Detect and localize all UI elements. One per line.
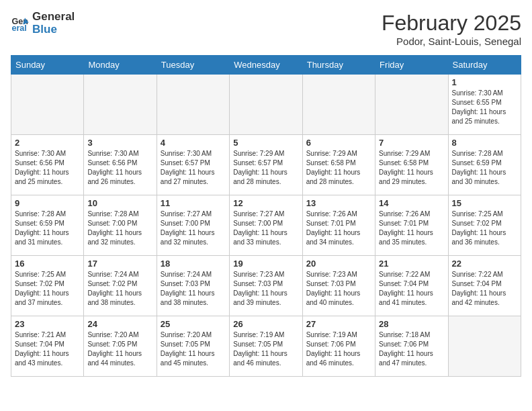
day-number: 2 xyxy=(15,138,80,148)
day-info: Sunrise: 7:22 AM Sunset: 7:04 PM Dayligh… xyxy=(452,270,517,308)
calendar-day-cell: 26Sunrise: 7:19 AM Sunset: 7:05 PM Dayli… xyxy=(230,316,302,377)
day-info: Sunrise: 7:29 AM Sunset: 6:57 PM Dayligh… xyxy=(233,149,298,187)
weekday-header-tuesday: Tuesday xyxy=(157,56,229,75)
logo-icon: Gen eral xyxy=(11,14,30,33)
day-info: Sunrise: 7:28 AM Sunset: 6:59 PM Dayligh… xyxy=(452,149,517,187)
calendar-day-cell: 1Sunrise: 7:30 AM Sunset: 6:55 PM Daylig… xyxy=(448,75,521,135)
day-number: 11 xyxy=(161,198,226,208)
day-number: 1 xyxy=(452,77,517,87)
day-info: Sunrise: 7:28 AM Sunset: 6:59 PM Dayligh… xyxy=(15,210,80,247)
calendar-day-cell xyxy=(302,75,375,135)
calendar-day-cell: 11Sunrise: 7:27 AM Sunset: 7:00 PM Dayli… xyxy=(157,195,229,256)
calendar-day-cell: 28Sunrise: 7:18 AM Sunset: 7:06 PM Dayli… xyxy=(375,316,448,377)
day-info: Sunrise: 7:20 AM Sunset: 7:05 PM Dayligh… xyxy=(161,330,226,368)
calendar-week-row: 2Sunrise: 7:30 AM Sunset: 6:56 PM Daylig… xyxy=(11,135,521,195)
title-area: February 2025 Podor, Saint-Louis, Senega… xyxy=(382,11,521,47)
calendar-day-cell: 14Sunrise: 7:26 AM Sunset: 7:01 PM Dayli… xyxy=(375,195,448,256)
day-number: 26 xyxy=(233,319,298,329)
day-info: Sunrise: 7:25 AM Sunset: 7:02 PM Dayligh… xyxy=(15,270,80,308)
day-number: 28 xyxy=(379,319,444,329)
calendar-day-cell: 19Sunrise: 7:23 AM Sunset: 7:03 PM Dayli… xyxy=(230,256,302,316)
logo-general-text: General xyxy=(32,10,75,23)
calendar-day-cell: 20Sunrise: 7:23 AM Sunset: 7:03 PM Dayli… xyxy=(302,256,375,316)
calendar-day-cell: 10Sunrise: 7:28 AM Sunset: 7:00 PM Dayli… xyxy=(84,195,157,256)
day-info: Sunrise: 7:30 AM Sunset: 6:56 PM Dayligh… xyxy=(87,149,152,187)
calendar-day-cell: 18Sunrise: 7:24 AM Sunset: 7:03 PM Dayli… xyxy=(157,256,229,316)
day-number: 17 xyxy=(87,259,152,269)
day-info: Sunrise: 7:24 AM Sunset: 7:02 PM Dayligh… xyxy=(87,270,152,308)
calendar-day-cell: 17Sunrise: 7:24 AM Sunset: 7:02 PM Dayli… xyxy=(84,256,157,316)
calendar-day-cell xyxy=(448,316,521,377)
day-info: Sunrise: 7:30 AM Sunset: 6:56 PM Dayligh… xyxy=(15,149,80,187)
weekday-header-monday: Monday xyxy=(84,56,157,75)
day-number: 18 xyxy=(161,259,226,269)
day-info: Sunrise: 7:23 AM Sunset: 7:03 PM Dayligh… xyxy=(306,270,371,308)
day-number: 3 xyxy=(87,138,152,148)
day-number: 22 xyxy=(452,259,517,269)
calendar-day-cell xyxy=(157,75,229,135)
calendar-day-cell: 7Sunrise: 7:29 AM Sunset: 6:58 PM Daylig… xyxy=(375,135,448,195)
day-info: Sunrise: 7:29 AM Sunset: 6:58 PM Dayligh… xyxy=(379,149,444,187)
calendar-day-cell xyxy=(375,75,448,135)
day-number: 8 xyxy=(452,138,517,148)
calendar-week-row: 23Sunrise: 7:21 AM Sunset: 7:04 PM Dayli… xyxy=(11,316,521,377)
calendar-day-cell: 22Sunrise: 7:22 AM Sunset: 7:04 PM Dayli… xyxy=(448,256,521,316)
calendar-day-cell: 2Sunrise: 7:30 AM Sunset: 6:56 PM Daylig… xyxy=(11,135,84,195)
calendar-day-cell: 23Sunrise: 7:21 AM Sunset: 7:04 PM Dayli… xyxy=(11,316,84,377)
day-info: Sunrise: 7:30 AM Sunset: 6:55 PM Dayligh… xyxy=(452,89,517,126)
calendar-day-cell: 4Sunrise: 7:30 AM Sunset: 6:57 PM Daylig… xyxy=(157,135,229,195)
day-number: 12 xyxy=(233,198,298,208)
day-number: 25 xyxy=(161,319,226,329)
calendar-day-cell: 9Sunrise: 7:28 AM Sunset: 6:59 PM Daylig… xyxy=(11,195,84,256)
day-info: Sunrise: 7:18 AM Sunset: 7:06 PM Dayligh… xyxy=(379,330,444,368)
weekday-header-wednesday: Wednesday xyxy=(230,56,302,75)
day-number: 7 xyxy=(379,138,444,148)
calendar-day-cell: 21Sunrise: 7:22 AM Sunset: 7:04 PM Dayli… xyxy=(375,256,448,316)
calendar-day-cell: 8Sunrise: 7:28 AM Sunset: 6:59 PM Daylig… xyxy=(448,135,521,195)
day-info: Sunrise: 7:27 AM Sunset: 7:00 PM Dayligh… xyxy=(233,210,298,247)
day-number: 10 xyxy=(87,198,152,208)
day-info: Sunrise: 7:20 AM Sunset: 7:05 PM Dayligh… xyxy=(87,330,152,368)
weekday-header-row: SundayMondayTuesdayWednesdayThursdayFrid… xyxy=(11,56,521,75)
calendar-day-cell: 12Sunrise: 7:27 AM Sunset: 7:00 PM Dayli… xyxy=(230,195,302,256)
calendar-table: SundayMondayTuesdayWednesdayThursdayFrid… xyxy=(11,55,521,377)
month-title: February 2025 xyxy=(382,11,521,36)
day-info: Sunrise: 7:27 AM Sunset: 7:00 PM Dayligh… xyxy=(161,210,226,247)
logo-blue-text: Blue xyxy=(32,23,57,36)
day-info: Sunrise: 7:29 AM Sunset: 6:58 PM Dayligh… xyxy=(306,149,371,187)
calendar-day-cell: 3Sunrise: 7:30 AM Sunset: 6:56 PM Daylig… xyxy=(84,135,157,195)
day-number: 23 xyxy=(15,319,80,329)
day-number: 16 xyxy=(15,259,80,269)
day-info: Sunrise: 7:22 AM Sunset: 7:04 PM Dayligh… xyxy=(379,270,444,308)
day-info: Sunrise: 7:21 AM Sunset: 7:04 PM Dayligh… xyxy=(15,330,80,368)
day-number: 24 xyxy=(87,319,152,329)
location-title: Podor, Saint-Louis, Senegal xyxy=(382,36,521,47)
day-info: Sunrise: 7:28 AM Sunset: 7:00 PM Dayligh… xyxy=(87,210,152,247)
day-number: 4 xyxy=(161,138,226,148)
logo: Gen eral General Blue xyxy=(11,11,75,36)
calendar-day-cell: 6Sunrise: 7:29 AM Sunset: 6:58 PM Daylig… xyxy=(302,135,375,195)
calendar-day-cell: 13Sunrise: 7:26 AM Sunset: 7:01 PM Dayli… xyxy=(302,195,375,256)
calendar-day-cell xyxy=(230,75,302,135)
calendar-day-cell: 5Sunrise: 7:29 AM Sunset: 6:57 PM Daylig… xyxy=(230,135,302,195)
calendar-week-row: 16Sunrise: 7:25 AM Sunset: 7:02 PM Dayli… xyxy=(11,256,521,316)
day-info: Sunrise: 7:26 AM Sunset: 7:01 PM Dayligh… xyxy=(379,210,444,247)
day-info: Sunrise: 7:26 AM Sunset: 7:01 PM Dayligh… xyxy=(306,210,371,247)
day-number: 27 xyxy=(306,319,371,329)
weekday-header-thursday: Thursday xyxy=(302,56,375,75)
weekday-header-saturday: Saturday xyxy=(448,56,521,75)
day-number: 20 xyxy=(306,259,371,269)
day-info: Sunrise: 7:25 AM Sunset: 7:02 PM Dayligh… xyxy=(452,210,517,247)
day-info: Sunrise: 7:19 AM Sunset: 7:06 PM Dayligh… xyxy=(306,330,371,368)
svg-text:eral: eral xyxy=(11,24,26,33)
calendar-week-row: 1Sunrise: 7:30 AM Sunset: 6:55 PM Daylig… xyxy=(11,75,521,135)
day-info: Sunrise: 7:19 AM Sunset: 7:05 PM Dayligh… xyxy=(233,330,298,368)
day-number: 9 xyxy=(15,198,80,208)
day-number: 6 xyxy=(306,138,371,148)
page-header: Gen eral General Blue February 2025 Podo… xyxy=(11,11,521,47)
day-number: 19 xyxy=(233,259,298,269)
day-number: 5 xyxy=(233,138,298,148)
day-number: 13 xyxy=(306,198,371,208)
calendar-day-cell: 24Sunrise: 7:20 AM Sunset: 7:05 PM Dayli… xyxy=(84,316,157,377)
weekday-header-friday: Friday xyxy=(375,56,448,75)
